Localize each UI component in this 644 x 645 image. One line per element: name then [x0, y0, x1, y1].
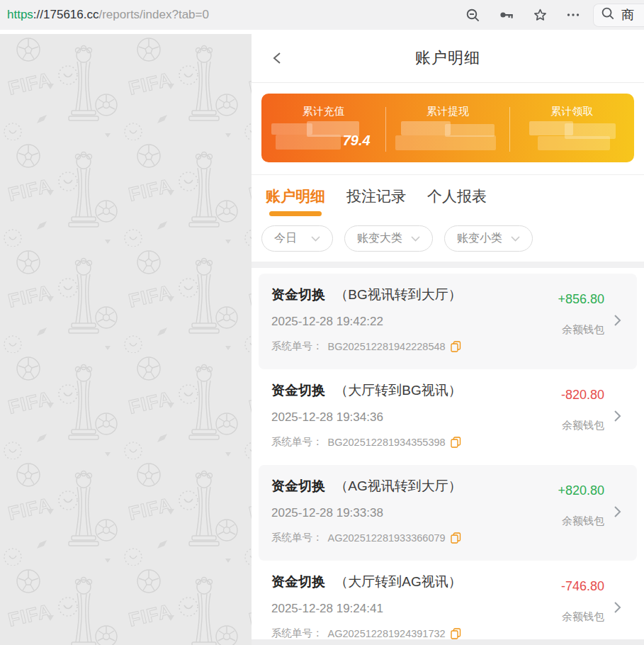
order-number: AG202512281924391732: [328, 628, 446, 639]
tab-account-detail[interactable]: 账户明细: [266, 186, 325, 221]
back-button[interactable]: [269, 49, 287, 67]
more-icon[interactable]: [566, 8, 580, 22]
order-label: 系统单号：: [271, 340, 323, 353]
fifa-watermark-background: FIFA: [0, 34, 252, 645]
record-amount: +820.80: [558, 483, 604, 498]
order-label: 系统单号：: [271, 627, 323, 640]
filter-label: 账变大类: [357, 231, 402, 246]
chevron-down-icon: [411, 236, 420, 242]
browser-search-box[interactable]: 商: [593, 4, 644, 27]
chevron-left-icon: [270, 50, 286, 66]
chevron-right-icon: [614, 410, 621, 425]
filter-date-dropdown[interactable]: 今日: [261, 225, 333, 252]
record-detail: （大厅转到BG视讯）: [334, 383, 461, 398]
summary-total-claimed: 累计领取: [510, 94, 634, 162]
record-type: 资金切换: [271, 383, 325, 398]
record-order-row: 系统单号： BG202512281934355398: [271, 435, 561, 449]
record-wallet: 余额钱包: [562, 515, 604, 528]
section-separator: [252, 262, 644, 268]
record-title: 资金切换 （BG视讯转到大厅）: [271, 286, 558, 304]
chevron-right-icon: [614, 505, 621, 521]
order-label: 系统单号：: [271, 531, 323, 544]
summary-divider: [385, 107, 386, 152]
key-icon[interactable]: [499, 8, 514, 22]
account-detail-page: 账户明细 累计充值 79.4 累计提现: [252, 34, 644, 645]
page-title: 账户明细: [415, 47, 480, 69]
search-icon: [601, 6, 615, 23]
record-type: 资金切换: [271, 478, 325, 493]
chevron-right-icon: [614, 601, 621, 617]
record-type: 资金切换: [271, 574, 325, 589]
chevron-down-icon: [311, 236, 320, 242]
order-number: AG202512281933366079: [328, 532, 446, 544]
record-list: 资金切换 （BG视讯转到大厅） 2025-12-28 19:42:22 系统单号…: [252, 268, 644, 645]
summary-label: 累计提现: [426, 105, 469, 118]
record-title: 资金切换 （大厅转到AG视讯）: [271, 573, 561, 591]
record-title: 资金切换 （AG视讯转到大厅）: [271, 477, 558, 495]
summary-label: 累计充值: [303, 105, 345, 118]
record-wallet: 余额钱包: [562, 610, 604, 624]
star-icon[interactable]: [533, 8, 548, 23]
chevron-down-icon: [511, 236, 520, 242]
record-amount: -746.80: [561, 579, 604, 594]
summary-total-withdraw: 累计提现: [385, 94, 509, 162]
record-order-row: 系统单号： AG202512281933366079: [271, 531, 558, 544]
filter-bar: 今日 账变大类 账变小类: [252, 221, 644, 262]
summary-section: 累计充值 79.4 累计提现: [252, 83, 644, 175]
record-type: 资金切换: [271, 287, 325, 302]
record-order-row: 系统单号： AG202512281924391732: [271, 627, 561, 640]
masked-value: 79.4: [270, 121, 378, 152]
masked-value-fragment: 79.4: [343, 133, 371, 149]
bottom-edge-strip: [252, 639, 644, 645]
zoom-out-icon[interactable]: [465, 8, 480, 23]
record-item[interactable]: 资金切换 （BG视讯转到大厅） 2025-12-28 19:42:22 系统单号…: [259, 274, 637, 369]
tab-personal-report[interactable]: 个人报表: [427, 186, 487, 221]
record-order-row: 系统单号： BG202512281942228548: [271, 340, 558, 353]
record-datetime: 2025-12-28 19:34:36: [271, 410, 561, 425]
copy-icon[interactable]: [451, 532, 461, 544]
summary-label: 累计领取: [550, 105, 593, 118]
summary-total-deposit: 累计充值 79.4: [261, 94, 385, 162]
order-number: BG202512281942228548: [328, 341, 446, 352]
masked-value: [394, 121, 502, 152]
record-item[interactable]: 资金切换 （AG视讯转到大厅） 2025-12-28 19:33:38 系统单号…: [259, 465, 637, 561]
copy-icon[interactable]: [451, 437, 461, 448]
filter-label: 今日: [274, 231, 297, 246]
copy-icon[interactable]: [451, 628, 461, 639]
record-datetime: 2025-12-28 19:42:22: [271, 315, 558, 329]
record-detail: （大厅转到AG视讯）: [334, 574, 461, 589]
filter-label: 账变小类: [457, 231, 502, 246]
record-datetime: 2025-12-28 19:24:41: [271, 602, 561, 616]
tab-bet-records[interactable]: 投注记录: [346, 186, 406, 221]
copy-icon[interactable]: [451, 341, 461, 352]
summary-card: 累计充值 79.4 累计提现: [261, 94, 634, 162]
record-wallet: 余额钱包: [562, 323, 604, 337]
search-query-text: 商: [621, 6, 634, 23]
record-item[interactable]: 资金切换 （大厅转到AG视讯） 2025-12-28 19:24:41 系统单号…: [252, 561, 644, 645]
record-wallet: 余额钱包: [562, 419, 604, 432]
record-datetime: 2025-12-28 19:33:38: [271, 506, 558, 520]
app-header: 账户明细: [252, 34, 644, 83]
order-number: BG202512281934355398: [328, 437, 446, 448]
summary-divider: [509, 107, 510, 152]
order-label: 系统单号：: [271, 435, 323, 449]
record-amount: +856.80: [558, 292, 604, 307]
record-title: 资金切换 （大厅转到BG视讯）: [271, 381, 561, 400]
record-amount: -820.80: [561, 388, 604, 403]
filter-major-category-dropdown[interactable]: 账变大类: [344, 225, 433, 252]
url-host: ://175616.cc: [33, 8, 99, 21]
url-text[interactable]: https://175616.cc/reports/index?tab=0: [7, 8, 457, 22]
chevron-right-icon: [614, 314, 621, 330]
tab-bar: 账户明细 投注记录 个人报表: [252, 175, 644, 221]
filter-minor-category-dropdown[interactable]: 账变小类: [444, 225, 533, 252]
browser-address-bar: https://175616.cc/reports/index?tab=0: [0, 0, 644, 30]
url-scheme: https: [7, 8, 33, 21]
fifa-pattern-icon: FIFA: [0, 34, 252, 645]
record-detail: （BG视讯转到大厅）: [334, 287, 461, 302]
record-item[interactable]: 资金切换 （大厅转到BG视讯） 2025-12-28 19:34:36 系统单号…: [252, 369, 644, 465]
masked-value: [518, 121, 626, 152]
record-detail: （AG视讯转到大厅）: [334, 478, 461, 493]
url-path: /reports/index?tab=0: [98, 8, 208, 21]
